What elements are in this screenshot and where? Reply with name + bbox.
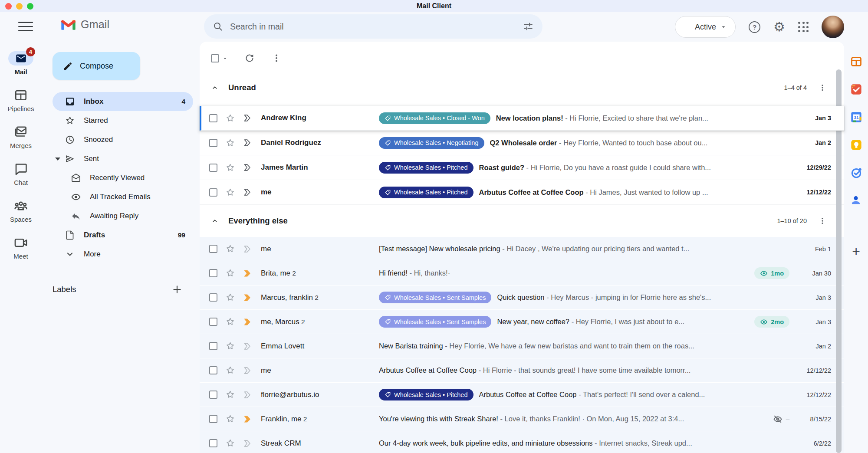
email-checkbox[interactable] bbox=[209, 366, 217, 374]
contacts-icon[interactable] bbox=[850, 194, 862, 207]
email-row[interactable]: Andrew KingWholesale Sales • Closed - Wo… bbox=[200, 106, 844, 131]
sidebar-item-all-tracked-emails[interactable]: All Tracked Emails bbox=[53, 187, 193, 207]
email-row[interactable]: Marcus, franklin 2Wholesale Sales • Sent… bbox=[200, 286, 844, 310]
star-icon[interactable] bbox=[225, 138, 235, 148]
streak-pipeline-chevron-icon[interactable] bbox=[243, 317, 252, 327]
rail-item-meet[interactable]: Meet bbox=[8, 236, 33, 260]
email-row[interactable]: Emma LovettNew Barista training - Hey Fl… bbox=[200, 334, 844, 358]
sidebar-item-sent[interactable]: Sent bbox=[53, 149, 193, 168]
streak-check-icon[interactable] bbox=[850, 83, 862, 95]
email-checkbox[interactable] bbox=[209, 391, 217, 399]
email-checkbox[interactable] bbox=[209, 342, 217, 350]
settings-gear-icon[interactable]: ⚙ bbox=[773, 20, 785, 33]
sidebar-item-awaiting-reply[interactable]: Awaiting Reply bbox=[53, 207, 193, 226]
keep-icon[interactable] bbox=[850, 139, 862, 151]
rail-item-spaces[interactable]: Spaces bbox=[8, 199, 33, 223]
email-checkbox[interactable] bbox=[209, 318, 217, 326]
email-row[interactable]: me, Marcus 2Wholesale Sales • Sent Sampl… bbox=[200, 310, 844, 334]
streak-pipeline-chevron-icon[interactable] bbox=[243, 390, 252, 400]
search-filters-icon[interactable] bbox=[523, 21, 534, 32]
main-menu-icon[interactable] bbox=[18, 21, 33, 32]
star-icon[interactable] bbox=[225, 113, 235, 123]
get-addons-button[interactable]: + bbox=[852, 244, 860, 258]
sidebar-item-more[interactable]: More bbox=[53, 245, 193, 264]
tasks-icon[interactable] bbox=[850, 167, 862, 179]
streak-pipeline-chevron-icon[interactable] bbox=[243, 187, 252, 197]
email-row[interactable]: Streak CRMOur 4-day work week, bulk pipe… bbox=[200, 431, 844, 453]
email-row[interactable]: florrie@arbutus.ioWholesale Sales • Pitc… bbox=[200, 383, 844, 407]
pipeline-stage-badge[interactable]: Wholesale Sales • Sent Samples bbox=[379, 316, 491, 328]
email-checkbox[interactable] bbox=[209, 164, 217, 172]
status-dropdown[interactable]: Active bbox=[675, 16, 736, 38]
email-checkbox[interactable] bbox=[209, 245, 217, 253]
streak-pipeline-chevron-icon[interactable] bbox=[243, 244, 252, 254]
streak-pipeline-chevron-icon[interactable] bbox=[243, 113, 252, 123]
pipeline-stage-badge[interactable]: Wholesale Sales • Sent Samples bbox=[379, 292, 491, 303]
user-avatar[interactable] bbox=[822, 16, 844, 38]
rail-item-pipelines[interactable]: Pipelines bbox=[8, 88, 34, 112]
email-checkbox[interactable] bbox=[209, 415, 217, 423]
star-icon[interactable] bbox=[225, 292, 235, 302]
streak-pipeline-chevron-icon[interactable] bbox=[243, 269, 252, 278]
rail-item-chat[interactable]: Chat bbox=[8, 162, 33, 186]
section-kebab-icon[interactable] bbox=[818, 83, 827, 92]
star-icon[interactable] bbox=[225, 244, 235, 254]
email-checkbox[interactable] bbox=[209, 114, 217, 122]
compose-button[interactable]: Compose bbox=[53, 52, 140, 80]
email-row[interactable]: Brita, me 2Hi friend! - Hi, thanks!·1moJ… bbox=[200, 261, 844, 286]
select-dropdown-icon[interactable] bbox=[222, 56, 228, 61]
select-all-checkbox[interactable] bbox=[211, 54, 219, 62]
more-options-kebab-icon[interactable] bbox=[271, 53, 282, 63]
streak-pipeline-chevron-icon[interactable] bbox=[243, 138, 252, 148]
star-icon[interactable] bbox=[225, 390, 235, 400]
email-checkbox[interactable] bbox=[209, 188, 217, 197]
email-checkbox[interactable] bbox=[209, 269, 217, 277]
add-label-icon[interactable] bbox=[171, 284, 183, 295]
refresh-icon[interactable] bbox=[244, 53, 255, 63]
star-icon[interactable] bbox=[225, 341, 235, 351]
star-icon[interactable] bbox=[225, 163, 235, 173]
streak-pipeline-chevron-icon[interactable] bbox=[243, 341, 252, 351]
email-row[interactable]: Daniel RodriguezWholesale Sales • Negoti… bbox=[200, 131, 844, 155]
expand-triangle-icon[interactable] bbox=[55, 158, 60, 161]
star-icon[interactable] bbox=[225, 317, 235, 327]
sidebar-item-inbox[interactable]: Inbox4 bbox=[53, 92, 193, 111]
pipeline-stage-badge[interactable]: Wholesale Sales • Closed - Won bbox=[379, 112, 490, 124]
window-close-button[interactable] bbox=[5, 3, 12, 10]
email-row[interactable]: James MartinWholesale Sales • PitchedRoa… bbox=[200, 155, 844, 180]
email-row[interactable]: me[Test message] New wholesale pricing -… bbox=[200, 237, 844, 261]
collapse-section-icon[interactable] bbox=[211, 217, 219, 225]
search-input[interactable] bbox=[230, 22, 523, 32]
email-row[interactable]: Franklin, me 2You're viewing this with S… bbox=[200, 407, 844, 431]
pipeline-stage-badge[interactable]: Wholesale Sales • Pitched bbox=[379, 187, 473, 198]
streak-pipeline-chevron-icon[interactable] bbox=[243, 293, 252, 302]
streak-pipeline-chevron-icon[interactable] bbox=[243, 439, 252, 448]
streak-pipeline-chevron-icon[interactable] bbox=[243, 163, 252, 172]
email-checkbox[interactable] bbox=[209, 139, 217, 147]
search-icon[interactable] bbox=[213, 21, 223, 32]
pipeline-stage-badge[interactable]: Wholesale Sales • Negotiating bbox=[379, 137, 484, 149]
calendar-icon[interactable]: 31 bbox=[850, 111, 862, 123]
star-icon[interactable] bbox=[225, 438, 235, 448]
star-icon[interactable] bbox=[225, 187, 235, 197]
star-icon[interactable] bbox=[225, 268, 235, 278]
email-checkbox[interactable] bbox=[209, 293, 217, 302]
search-bar[interactable] bbox=[204, 14, 542, 39]
google-apps-grid-icon[interactable] bbox=[798, 22, 809, 32]
section-kebab-icon[interactable] bbox=[818, 217, 827, 225]
streak-pipeline-chevron-icon[interactable] bbox=[243, 366, 252, 375]
star-icon[interactable] bbox=[225, 365, 235, 375]
collapse-section-icon[interactable] bbox=[211, 84, 219, 92]
sidebar-item-starred[interactable]: Starred bbox=[53, 111, 193, 130]
help-icon[interactable]: ? bbox=[749, 21, 760, 33]
streak-pipelines-icon[interactable] bbox=[850, 56, 862, 68]
rail-item-mail[interactable]: 4Mail bbox=[8, 51, 33, 76]
streak-pipeline-chevron-icon[interactable] bbox=[243, 414, 252, 424]
window-zoom-button[interactable] bbox=[27, 3, 33, 10]
sidebar-item-drafts[interactable]: Drafts99 bbox=[53, 226, 193, 245]
sidebar-item-recently-viewed[interactable]: Recently Viewed bbox=[53, 168, 193, 187]
pipeline-stage-badge[interactable]: Wholesale Sales • Pitched bbox=[379, 389, 473, 400]
email-row[interactable]: meArbutus Coffee at Coffee Coop - Hi Flo… bbox=[200, 358, 844, 383]
email-row[interactable]: meWholesale Sales • PitchedArbutus Coffe… bbox=[200, 180, 844, 205]
star-icon[interactable] bbox=[225, 414, 235, 424]
